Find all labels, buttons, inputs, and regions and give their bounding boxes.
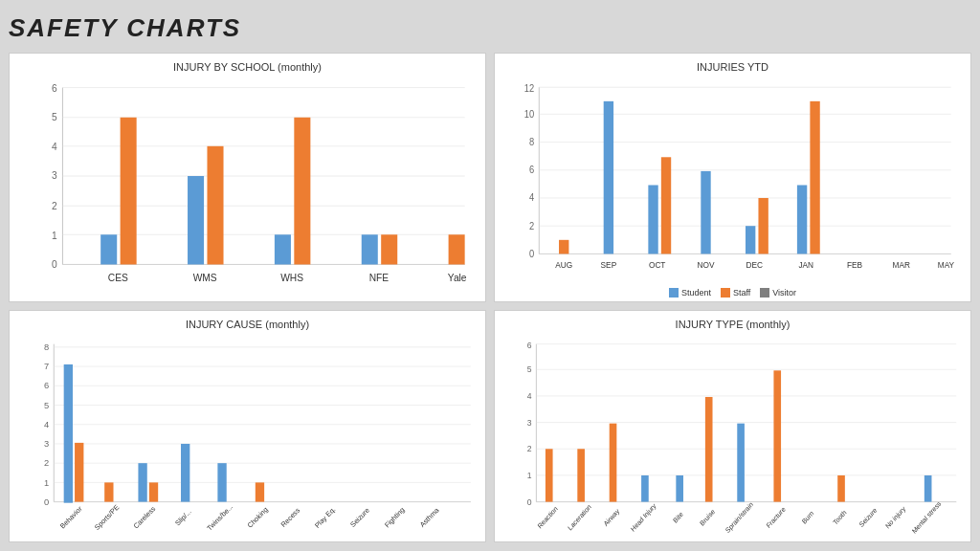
svg-rect-53 (701, 171, 710, 254)
svg-text:MAR: MAR (893, 260, 910, 270)
svg-rect-58 (797, 186, 807, 254)
svg-text:NFE: NFE (369, 273, 390, 283)
svg-rect-50 (648, 186, 657, 254)
visitor-legend: Visitor (760, 288, 796, 298)
svg-text:OCT: OCT (649, 260, 666, 270)
svg-text:WMS: WMS (193, 273, 217, 283)
svg-text:Yale: Yale (448, 273, 467, 283)
svg-rect-140 (924, 475, 932, 502)
injury-cause-area: 0 1 2 3 4 5 6 7 8 B (19, 334, 476, 538)
injury-by-school-area: 0 1 2 3 4 5 6 (19, 77, 476, 298)
svg-text:1: 1 (527, 471, 532, 481)
svg-rect-56 (758, 198, 768, 253)
student-legend: Student (669, 288, 711, 298)
svg-rect-131 (737, 424, 745, 502)
svg-text:Seizure: Seizure (858, 506, 879, 528)
svg-text:Mental stress: Mental stress (911, 499, 943, 535)
injury-cause-title: INJURY CAUSE (monthly) (186, 319, 309, 330)
staff-legend: Staff (721, 288, 750, 298)
svg-text:Laceration: Laceration (567, 503, 592, 532)
svg-text:4: 4 (527, 391, 532, 402)
svg-text:SEP: SEP (601, 260, 617, 270)
svg-rect-51 (661, 157, 671, 253)
svg-rect-46 (559, 240, 568, 254)
svg-text:DEC: DEC (746, 260, 763, 270)
svg-text:8: 8 (529, 137, 534, 147)
charts-grid: INJURY BY SCHOOL (monthly) 0 1 2 3 (9, 53, 971, 542)
svg-rect-55 (746, 226, 755, 253)
svg-text:Bruise: Bruise (699, 508, 716, 527)
svg-rect-94 (217, 463, 226, 501)
svg-rect-133 (773, 370, 781, 501)
svg-rect-136 (837, 475, 845, 502)
page-title: SAFETY CHARTS (9, 13, 241, 43)
svg-text:Head Injury: Head Injury (630, 502, 658, 534)
svg-text:0: 0 (529, 248, 535, 258)
svg-text:NOV: NOV (698, 260, 715, 270)
svg-text:1: 1 (44, 477, 49, 488)
svg-text:Tooth: Tooth (832, 509, 847, 526)
svg-text:12: 12 (524, 82, 534, 93)
injury-type-area: 0 1 2 3 4 5 6 Reaction Laceration (504, 334, 961, 538)
svg-rect-123 (610, 424, 617, 502)
svg-rect-19 (188, 176, 204, 264)
svg-text:0: 0 (527, 497, 532, 508)
svg-text:1: 1 (52, 231, 57, 241)
svg-text:4: 4 (52, 142, 57, 152)
svg-text:Behavior: Behavior (58, 504, 84, 531)
svg-text:6: 6 (527, 341, 532, 351)
svg-rect-59 (810, 101, 819, 254)
svg-text:Bite: Bite (672, 511, 684, 524)
svg-text:AUG: AUG (555, 260, 572, 270)
svg-text:Sports/PE: Sports/PE (93, 503, 121, 532)
staff-legend-box (721, 288, 730, 298)
svg-text:0: 0 (44, 496, 49, 507)
visitor-legend-box (760, 288, 769, 298)
svg-text:Airway: Airway (602, 507, 621, 528)
svg-rect-87 (104, 483, 113, 502)
svg-text:MAY: MAY (938, 260, 955, 270)
svg-rect-127 (676, 475, 683, 502)
visitor-legend-label: Visitor (772, 288, 796, 298)
svg-text:3: 3 (527, 418, 532, 429)
svg-text:8: 8 (44, 342, 49, 352)
injuries-ytd-title: INJURIES YTD (697, 61, 768, 73)
staff-legend-label: Staff (733, 288, 750, 298)
injury-by-school-title: INJURY BY SCHOOL (monthly) (173, 61, 322, 73)
svg-text:Fighting: Fighting (383, 505, 407, 529)
svg-rect-92 (181, 444, 189, 502)
svg-text:6: 6 (529, 165, 534, 175)
svg-rect-16 (100, 234, 117, 264)
svg-text:JAN: JAN (798, 260, 813, 270)
student-legend-box (669, 288, 679, 298)
svg-text:0: 0 (52, 259, 57, 270)
svg-text:Play Eq.: Play Eq. (313, 505, 337, 530)
svg-text:Burn: Burn (801, 510, 815, 525)
svg-rect-89 (138, 463, 146, 501)
svg-text:5: 5 (44, 400, 49, 410)
injury-by-school-card: INJURY BY SCHOOL (monthly) 0 1 2 3 (9, 53, 486, 302)
svg-text:No injury: No injury (884, 505, 907, 531)
svg-text:3: 3 (44, 438, 49, 449)
svg-text:2: 2 (529, 220, 534, 231)
svg-text:FEB: FEB (847, 260, 862, 270)
svg-text:WHS: WHS (280, 273, 303, 283)
svg-rect-20 (207, 146, 223, 265)
svg-text:4: 4 (529, 192, 535, 203)
svg-rect-125 (641, 475, 649, 502)
svg-text:6: 6 (44, 380, 49, 390)
svg-text:10: 10 (524, 108, 535, 119)
svg-text:5: 5 (527, 364, 532, 375)
svg-text:4: 4 (44, 419, 49, 430)
injuries-ytd-area: 0 2 4 6 8 10 12 AUG SEP (504, 77, 961, 286)
svg-rect-121 (577, 449, 585, 501)
svg-text:Careless: Careless (132, 504, 158, 530)
svg-rect-25 (362, 234, 378, 264)
svg-text:Seizure: Seizure (348, 506, 371, 529)
svg-text:5: 5 (52, 112, 57, 122)
svg-rect-129 (705, 397, 713, 502)
svg-text:Asthma: Asthma (418, 505, 441, 529)
injury-type-card: INJURY TYPE (monthly) 0 1 2 3 4 5 6 (494, 310, 971, 542)
injury-cause-card: INJURY CAUSE (monthly) 0 1 2 3 4 5 6 (9, 310, 486, 542)
svg-text:6: 6 (52, 83, 57, 94)
